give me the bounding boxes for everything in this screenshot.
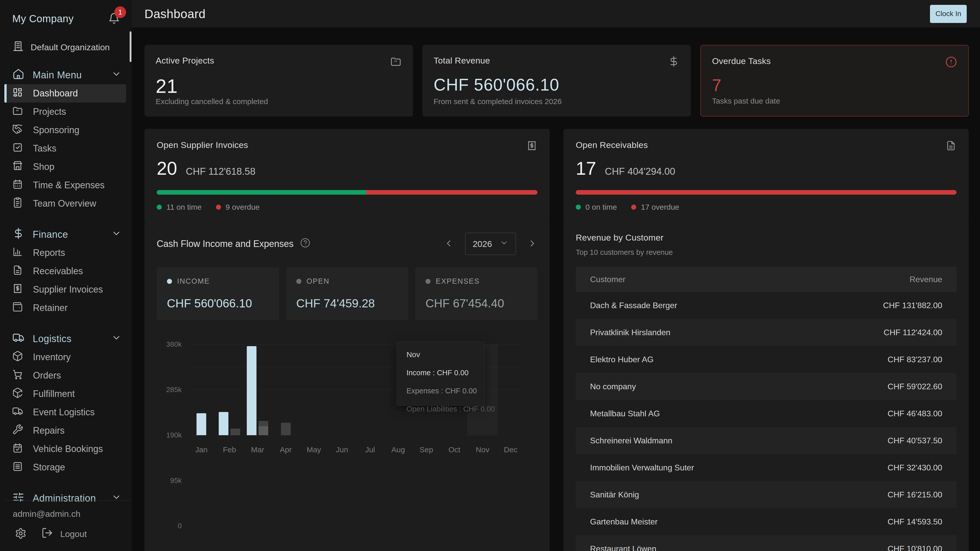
settings-gear-icon[interactable] bbox=[15, 527, 27, 540]
sidebar-item-fulfillment[interactable]: Fulfillment bbox=[4, 385, 126, 403]
chevron-down-icon bbox=[111, 333, 121, 345]
sidebar-item-label: Vehicle Bookings bbox=[33, 444, 103, 454]
revenue-column-header: Revenue bbox=[910, 275, 942, 284]
sidebar-item-time-expenses[interactable]: Time & Expenses bbox=[4, 176, 126, 194]
table-row[interactable]: Schreinerei WaldmannCHF 40'537.50 bbox=[576, 427, 956, 454]
app: My Company 1 Default Organization Main M… bbox=[0, 0, 980, 551]
table-header: Customer Revenue bbox=[576, 267, 956, 292]
chart-tooltip: Nov Income : CHF 0.00 Expenses : CHF 0.0… bbox=[396, 341, 485, 406]
sidebar-item-sponsoring[interactable]: Sponsoring bbox=[4, 121, 126, 139]
y-axis-tick: 0 bbox=[178, 522, 182, 530]
sidebar-item-shop[interactable]: Shop bbox=[4, 158, 126, 176]
sidebar-item-tasks[interactable]: Tasks bbox=[4, 139, 126, 158]
table-row[interactable]: Gartenbau MeisterCHF 14'593.50 bbox=[576, 508, 956, 535]
sidebar-item-supplier-invoices[interactable]: Supplier Invoices bbox=[4, 280, 126, 299]
home-icon bbox=[12, 68, 24, 83]
open-bar bbox=[259, 426, 268, 435]
customer-revenue: CHF 14'593.50 bbox=[888, 517, 942, 527]
receipt-icon bbox=[12, 283, 23, 297]
sidebar-scrollbar-thumb[interactable] bbox=[130, 32, 131, 62]
expenses-label: EXPENSES bbox=[436, 277, 479, 286]
sidebar-item-storage[interactable]: Storage bbox=[4, 458, 126, 476]
folder-icon bbox=[390, 56, 402, 68]
cart-icon bbox=[12, 369, 23, 383]
table-body: Dach & Fassade BergerCHF 131'882.00Priva… bbox=[576, 292, 956, 551]
help-circle-icon[interactable] bbox=[300, 238, 310, 250]
section-finance: FinanceReportsReceivablesSupplier Invoic… bbox=[0, 225, 132, 317]
section-header-finance[interactable]: Finance bbox=[0, 225, 132, 244]
sidebar-item-reports[interactable]: Reports bbox=[4, 244, 126, 262]
sidebar-item-retainer[interactable]: Retainer bbox=[4, 299, 126, 317]
sidebar-item-label: Tasks bbox=[33, 143, 56, 154]
prev-year-button[interactable] bbox=[444, 238, 454, 249]
card-title: Open Supplier Invoices bbox=[157, 140, 248, 150]
on-time-label: 11 on time bbox=[166, 203, 202, 211]
sidebar-item-vehicle-bookings[interactable]: Vehicle Bookings bbox=[4, 440, 126, 458]
sidebar-nav: Main MenuDashboardProjectsSponsoringTask… bbox=[0, 66, 132, 507]
organization-selector[interactable]: Default Organization bbox=[12, 39, 121, 55]
sidebar-item-inventory[interactable]: Inventory bbox=[4, 348, 126, 366]
calendar-check-icon bbox=[12, 442, 23, 456]
table-row[interactable]: Restaurant LöwenCHF 10'810.00 bbox=[576, 535, 956, 551]
table-row[interactable]: Metallbau Stahl AGCHF 46'483.00 bbox=[576, 400, 956, 427]
alert-circle-icon bbox=[945, 56, 957, 69]
calendar-icon bbox=[12, 179, 23, 192]
table-row[interactable]: Privatklinik HirslandenCHF 112'424.00 bbox=[576, 319, 956, 346]
archive-icon bbox=[12, 461, 23, 474]
truck-icon bbox=[12, 406, 23, 419]
dollar-icon bbox=[668, 56, 679, 68]
sidebar-item-orders[interactable]: Orders bbox=[4, 366, 126, 385]
sidebar-item-label: Storage bbox=[33, 462, 65, 473]
on-time-label: 0 on time bbox=[585, 203, 617, 211]
logout-button[interactable]: Logout bbox=[41, 527, 87, 541]
expenses-bar bbox=[259, 421, 268, 435]
y-axis-tick: 95k bbox=[170, 476, 182, 485]
table-row[interactable]: Elektro Huber AGCHF 83'237.00 bbox=[576, 346, 956, 373]
sidebar-item-receivables[interactable]: Receivables bbox=[4, 262, 126, 280]
section-main-menu: Main MenuDashboardProjectsSponsoringTask… bbox=[0, 66, 132, 213]
progress-cards-row: Open Supplier Invoices 20 CHF 112'618.58… bbox=[145, 129, 969, 210]
sidebar-item-dashboard[interactable]: Dashboard bbox=[4, 84, 126, 103]
organization-name: Default Organization bbox=[30, 42, 110, 52]
clock-in-button[interactable]: Clock In bbox=[930, 5, 967, 23]
sidebar-footer: admin@admin.ch Logout bbox=[0, 500, 132, 551]
sidebar-item-projects[interactable]: Projects bbox=[4, 103, 126, 121]
section-header-main-menu[interactable]: Main Menu bbox=[0, 66, 132, 84]
x-axis-label: Apr bbox=[280, 445, 292, 454]
card-title: Open Receivables bbox=[576, 140, 648, 150]
customer-name: Dach & Fassade Berger bbox=[590, 301, 677, 310]
file-text-icon bbox=[945, 140, 956, 152]
table-row[interactable]: No companyCHF 59'022.60 bbox=[576, 373, 956, 400]
card-subtitle: From sent & completed invoices 2026 bbox=[434, 97, 679, 106]
table-row[interactable]: Sanitär KönigCHF 16'215.00 bbox=[576, 481, 956, 508]
overdue-tasks-value: 7 bbox=[712, 76, 957, 95]
cashflow-chart[interactable]: Nov Income : CHF 0.00 Expenses : CHF 0.0… bbox=[157, 334, 538, 492]
table-row[interactable]: Dach & Fassade BergerCHF 131'882.00 bbox=[576, 292, 956, 319]
on-time-segment bbox=[157, 190, 366, 195]
section-header-logistics[interactable]: Logistics bbox=[0, 330, 132, 348]
invoice-amount: CHF 112'618.58 bbox=[186, 166, 256, 177]
sidebar-item-label: Shop bbox=[33, 162, 54, 172]
org-header: My Company 1 Default Organization bbox=[0, 0, 132, 55]
sidebar-item-team-overview[interactable]: Team Overview bbox=[4, 194, 126, 213]
x-axis-label: Nov bbox=[476, 445, 489, 454]
sidebar-item-repairs[interactable]: Repairs bbox=[4, 421, 126, 440]
sidebar-item-label: Repairs bbox=[33, 425, 65, 436]
bar-chart-icon bbox=[12, 246, 23, 260]
next-year-button[interactable] bbox=[527, 238, 538, 249]
invoice-count: 20 bbox=[157, 158, 177, 179]
bar-group-apr bbox=[281, 345, 291, 435]
dashboard-content: Active Projects 21 Excluding cancelled &… bbox=[132, 28, 980, 551]
receivable-amount: CHF 404'294.00 bbox=[605, 166, 675, 177]
sidebar-item-event-logistics[interactable]: Event Logistics bbox=[4, 403, 126, 421]
x-axis-label: Dec bbox=[504, 445, 517, 454]
notification-badge: 1 bbox=[115, 6, 126, 18]
sidebar-item-label: Supplier Invoices bbox=[33, 284, 103, 295]
x-axis-label: Feb bbox=[223, 445, 236, 454]
year-select[interactable]: 2026 bbox=[465, 233, 516, 255]
receipt-icon bbox=[526, 140, 538, 152]
notifications-button[interactable]: 1 bbox=[108, 13, 121, 25]
bar-group-mar bbox=[247, 345, 268, 435]
income-dot bbox=[167, 279, 172, 284]
table-row[interactable]: Immobilien Verwaltung SuterCHF 32'430.00 bbox=[576, 454, 956, 481]
